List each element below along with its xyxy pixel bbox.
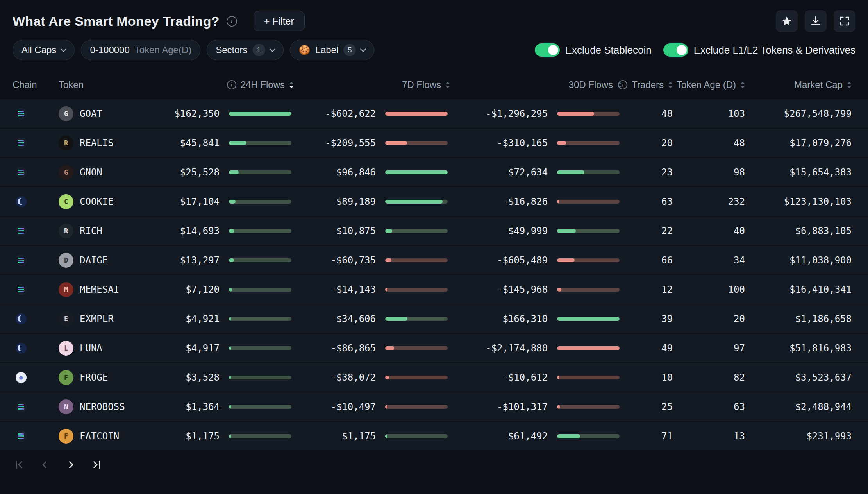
token-age-value: 13 bbox=[673, 431, 745, 442]
chevron-down-icon bbox=[360, 46, 366, 52]
traders-value: 25 bbox=[622, 401, 673, 412]
token-age-label: Token Age(D) bbox=[135, 45, 191, 55]
table-row[interactable]: G GNON $25,528 $96,846 $72,634 23 98 $15… bbox=[0, 158, 868, 187]
flow-7d-value: -$209,555 bbox=[294, 138, 376, 149]
token-icon: F bbox=[59, 429, 73, 444]
table-row[interactable]: N NEROBOSS $1,364 -$10,497 -$101,317 25 … bbox=[0, 392, 868, 422]
token-icon: R bbox=[59, 136, 73, 150]
flow-30d-bar bbox=[557, 434, 620, 438]
token-name: GOAT bbox=[80, 108, 102, 119]
column-header-30d-flows[interactable]: 30D Flows bbox=[450, 79, 622, 90]
traders-value: 48 bbox=[622, 108, 673, 119]
column-header-7d-flows[interactable]: 7D Flows bbox=[294, 79, 450, 90]
column-header-token-age[interactable]: Token Age (D) bbox=[673, 79, 745, 90]
toggle-filters: Exclude Stablecoin Exclude L1/L2 Tokens … bbox=[535, 43, 855, 57]
flow-24h-value: $25,528 bbox=[157, 167, 220, 178]
next-page-button[interactable] bbox=[65, 459, 77, 471]
token-age-value: 98 bbox=[673, 167, 745, 178]
title-info-icon[interactable] bbox=[227, 16, 237, 27]
table-row[interactable]: R RICH $14,693 $10,875 $49,999 22 40 $6,… bbox=[0, 217, 868, 246]
market-cap-value: $6,883,105 bbox=[745, 226, 852, 236]
flow-24h-value: $1,175 bbox=[157, 431, 220, 442]
smart-money-table: Chain Token 24H Flows 7D Flows 30D Flows… bbox=[0, 70, 868, 451]
filter-bar: All Caps 0-100000 Token Age(D) Sectors 1… bbox=[0, 36, 868, 70]
sort-icon[interactable] bbox=[668, 82, 673, 88]
flow-7d-value: $10,875 bbox=[294, 226, 376, 236]
chevron-down-icon bbox=[269, 46, 275, 52]
sort-icon[interactable] bbox=[847, 82, 852, 88]
token-age-value: 20 bbox=[673, 313, 745, 324]
flow-7d-value: -$60,735 bbox=[294, 255, 376, 266]
sectors-count-badge: 1 bbox=[253, 44, 265, 56]
token-age-value: 63 bbox=[673, 401, 745, 412]
info-icon[interactable] bbox=[227, 80, 236, 89]
flow-24h-bar bbox=[229, 434, 291, 438]
download-button[interactable] bbox=[805, 10, 827, 32]
table-row[interactable]: L LUNA $4,917 -$86,865 -$2,174,880 49 97… bbox=[0, 334, 868, 363]
table-row[interactable]: D DAIGE $13,297 -$60,735 -$605,489 66 34… bbox=[0, 246, 868, 275]
flow-30d-bar bbox=[557, 229, 620, 233]
fullscreen-button[interactable] bbox=[834, 10, 855, 32]
market-cap-value: $16,410,341 bbox=[745, 284, 852, 295]
flow-24h-value: $13,297 bbox=[157, 255, 220, 266]
table-row[interactable]: F FROGE $3,528 -$38,072 -$10,612 10 82 $… bbox=[0, 363, 868, 392]
token-icon: G bbox=[59, 106, 73, 121]
flow-24h-bar bbox=[229, 288, 291, 292]
market-cap-value: $2,488,944 bbox=[745, 401, 852, 412]
token-name: RICH bbox=[80, 226, 102, 236]
table-row[interactable]: R REALIS $45,841 -$209,555 -$310,165 20 … bbox=[0, 129, 868, 158]
chain-icon bbox=[16, 343, 27, 354]
flow-7d-bar bbox=[385, 434, 448, 438]
flow-7d-bar bbox=[385, 288, 448, 292]
traders-value: 20 bbox=[622, 138, 673, 149]
table-row[interactable]: G GOAT $162,350 -$602,622 -$1,296,295 48… bbox=[0, 99, 868, 129]
traders-value: 10 bbox=[622, 372, 673, 383]
flow-24h-value: $1,364 bbox=[157, 401, 220, 412]
previous-page-button[interactable] bbox=[39, 459, 51, 471]
sort-icon[interactable] bbox=[740, 82, 745, 88]
flow-30d-value: -$2,174,880 bbox=[450, 343, 548, 354]
traders-value: 66 bbox=[622, 255, 673, 266]
column-header-market-cap[interactable]: Market Cap bbox=[745, 79, 852, 90]
last-page-button[interactable] bbox=[91, 459, 102, 471]
token-age-header-label: Token Age (D) bbox=[677, 79, 736, 90]
traders-value: 23 bbox=[622, 167, 673, 178]
sort-icon[interactable] bbox=[445, 82, 450, 88]
flow-30d-value: $61,492 bbox=[450, 431, 548, 442]
flow-30d-value: -$310,165 bbox=[450, 138, 548, 149]
token-age-value: 100 bbox=[673, 284, 745, 295]
flow-24h-bar bbox=[229, 200, 291, 204]
flow-30d-value: -$605,489 bbox=[450, 255, 548, 266]
column-header-24h-flows[interactable]: 24H Flows bbox=[157, 79, 294, 90]
flow-7d-bar bbox=[385, 112, 448, 116]
info-icon[interactable] bbox=[618, 80, 627, 89]
first-page-button[interactable] bbox=[13, 459, 25, 471]
exclude-l1l2-toggle[interactable] bbox=[663, 43, 688, 57]
table-row[interactable]: F FATCOIN $1,175 $1,175 $61,492 71 13 $2… bbox=[0, 422, 868, 451]
token-name: NEROBOSS bbox=[80, 401, 125, 412]
flow-30d-value: $49,999 bbox=[450, 226, 548, 236]
traders-value: 71 bbox=[622, 431, 673, 442]
table-row[interactable]: M MEMESAI $7,120 -$14,143 -$145,968 12 1… bbox=[0, 275, 868, 304]
flow-30d-bar bbox=[557, 170, 620, 174]
sectors-dropdown[interactable]: Sectors 1 bbox=[207, 40, 283, 60]
flow-24h-bar bbox=[229, 376, 291, 379]
flow-24h-bar bbox=[229, 405, 291, 409]
flow-30d-value: -$16,826 bbox=[450, 196, 548, 207]
column-header-traders[interactable]: Traders bbox=[622, 79, 673, 90]
all-caps-dropdown[interactable]: All Caps bbox=[13, 40, 75, 60]
token-name: FATCOIN bbox=[80, 431, 119, 442]
label-label: Label bbox=[316, 45, 339, 55]
table-row[interactable]: C COOKIE $17,104 $89,189 -$16,826 63 232… bbox=[0, 187, 868, 217]
flow-7d-value: -$38,072 bbox=[294, 372, 376, 383]
table-row[interactable]: E EXMPLR $4,921 $34,606 $166,310 39 20 $… bbox=[0, 304, 868, 334]
filter-button[interactable]: + Filter bbox=[254, 11, 305, 31]
exclude-stablecoin-toggle[interactable] bbox=[535, 43, 560, 57]
sort-icon[interactable] bbox=[289, 82, 294, 88]
flow-24h-value: $3,528 bbox=[157, 372, 220, 383]
favorite-button[interactable] bbox=[776, 10, 798, 32]
token-age-filter[interactable]: 0-100000 Token Age(D) bbox=[81, 40, 200, 60]
flow-7d-value: -$602,622 bbox=[294, 108, 376, 119]
token-icon: R bbox=[59, 224, 73, 238]
label-dropdown[interactable]: 🍪 Label 5 bbox=[290, 40, 375, 60]
